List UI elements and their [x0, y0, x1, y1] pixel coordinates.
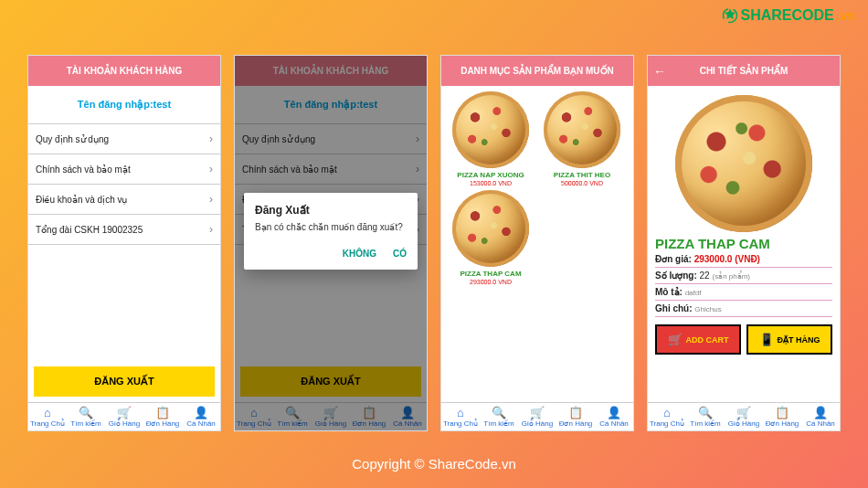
- order-button[interactable]: 📱 ĐẶT HÀNG: [746, 324, 832, 355]
- brand-name: SHARECODE: [741, 7, 834, 24]
- menu-item-label: Tổng đài CSKH 19002325: [36, 225, 143, 235]
- chevron-right-icon: ›: [209, 163, 213, 175]
- product-image: [452, 190, 529, 267]
- button-label: ADD CART: [686, 335, 729, 345]
- button-label: ĐẶT HÀNG: [778, 335, 820, 345]
- logout-button[interactable]: ĐĂNG XUẤT: [34, 366, 215, 397]
- product-price: 293000.0 VND: [447, 279, 535, 285]
- dialog-message: Bạn có chắc chắn muốn đăng xuất?: [255, 222, 407, 232]
- product-card[interactable]: PIZZA THIT HEO 500000.0 VND: [538, 91, 626, 186]
- nav-search[interactable]: 🔍Tìm kiếm: [480, 403, 518, 430]
- nav-label: Giỏ Hàng: [728, 419, 759, 428]
- menu-item-label: Quy định sử dụng: [36, 134, 109, 144]
- note-value: Ghichus: [694, 305, 721, 313]
- product-name: PIZZA THIT HEO: [538, 171, 626, 179]
- home-icon: ⌂: [663, 407, 671, 419]
- nav-label: Cá Nhân: [806, 419, 835, 428]
- orders-icon: 📋: [775, 407, 789, 419]
- product-card[interactable]: PIZZA THAP CAM 293000.0 VND: [447, 190, 535, 285]
- screen-account: TÀI KHOẢN KHÁCH HÀNG Tên đăng nhập:test …: [27, 55, 221, 431]
- qty-value: 22: [700, 271, 710, 281]
- dialog-title: Đăng Xuất: [255, 204, 407, 217]
- desc-label: Mô tả:: [655, 287, 683, 297]
- price-line: Đơn giá: 293000.0 (VNĐ): [655, 251, 832, 268]
- cart-icon: 🛒: [530, 407, 545, 419]
- product-name: PIZZA THAP CAM: [655, 236, 832, 251]
- search-icon: 🔍: [492, 407, 506, 419]
- header-title: DANH MỤC SẢN PHẨM BẠN MUỐN: [441, 56, 633, 86]
- nav-profile[interactable]: 👤Cá Nhân: [801, 403, 840, 430]
- nav-label: Giỏ Hàng: [522, 419, 553, 428]
- username-line: Tên đăng nhập:test: [28, 86, 220, 123]
- chevron-right-icon: ›: [209, 223, 213, 236]
- price-value: 293000.0: [694, 254, 733, 264]
- header-title: TÀI KHOẢN KHÁCH HÀNG: [28, 56, 220, 86]
- screen-detail: ← CHI TIẾT SẢN PHẨM PIZZA THAP CAM Đơn g…: [647, 55, 841, 431]
- nav-home[interactable]: ⌂Trang Chủ: [28, 403, 67, 430]
- nav-label: Trang Chủ: [443, 419, 478, 428]
- qty-label: Số lượng:: [655, 271, 697, 281]
- nav-label: Đơn Hàng: [559, 419, 593, 428]
- cart-icon: 🛒: [117, 407, 132, 419]
- nav-label: Cá Nhân: [186, 419, 216, 428]
- nav-label: Cá Nhân: [599, 419, 629, 428]
- nav-profile[interactable]: 👤Cá Nhân: [182, 403, 220, 430]
- nav-cart[interactable]: 🛒Giỏ Hàng: [105, 403, 143, 430]
- home-icon: ⌂: [44, 407, 51, 419]
- menu-item-label: Điều khoản và dịch vụ: [36, 195, 128, 205]
- screen-catalog: DANH MỤC SẢN PHẨM BẠN MUỐN PIZZA NAP XUO…: [440, 55, 634, 431]
- copyright: Copyright © ShareCode.vn: [0, 456, 868, 472]
- menu-item-terms[interactable]: Quy định sử dụng›: [28, 124, 220, 154]
- nav-search[interactable]: 🔍Tìm kiếm: [686, 403, 725, 430]
- nav-orders[interactable]: 📋Đơn Hàng: [143, 403, 182, 430]
- nav-home[interactable]: ⌂Trang Chủ: [441, 403, 480, 430]
- desc-value: dafdf: [685, 289, 702, 297]
- nav-orders[interactable]: 📋Đơn Hàng: [556, 403, 595, 430]
- phone-icon: 📱: [759, 333, 774, 346]
- cart-icon: 🛒: [668, 333, 683, 346]
- nav-profile[interactable]: 👤Cá Nhân: [595, 403, 633, 430]
- brand-suffix: .vn: [837, 8, 855, 23]
- bottom-nav: ⌂Trang Chủ 🔍Tìm kiếm 🛒Giỏ Hàng 📋Đơn Hàng…: [648, 402, 840, 430]
- qty-unit: (sản phẩm): [712, 272, 750, 281]
- product-image: [544, 91, 620, 168]
- nav-home[interactable]: ⌂Trang Chủ: [648, 403, 686, 430]
- nav-label: Đơn Hàng: [146, 419, 180, 428]
- brand-logo: SHARECODE.vn: [722, 7, 855, 24]
- orders-icon: 📋: [568, 407, 583, 419]
- menu-item-label: Chính sách và bảo mật: [36, 164, 131, 175]
- back-icon[interactable]: ←: [653, 64, 666, 79]
- price-label: Đơn giá:: [655, 254, 692, 264]
- cart-icon: 🛒: [736, 407, 751, 419]
- header-text: CHI TIẾT SẢN PHẨM: [700, 66, 789, 76]
- product-card[interactable]: PIZZA NAP XUONG 153000.0 VND: [447, 91, 535, 186]
- nav-label: Trang Chủ: [650, 419, 684, 428]
- nav-search[interactable]: 🔍Tìm kiếm: [67, 403, 105, 430]
- product-name: PIZZA NAP XUONG: [447, 171, 535, 179]
- qty-line: Số lượng: 22 (sản phẩm): [655, 268, 832, 284]
- add-cart-button[interactable]: 🛒 ADD CART: [655, 324, 741, 355]
- dialog-yes-button[interactable]: CÓ: [393, 249, 407, 259]
- nav-label: Trang Chủ: [30, 419, 65, 428]
- price-unit: (VNĐ): [735, 254, 760, 264]
- chevron-right-icon: ›: [209, 193, 213, 206]
- nav-cart[interactable]: 🛒Giỏ Hàng: [725, 403, 763, 430]
- nav-label: Giỏ Hàng: [109, 419, 140, 428]
- product-image: [452, 91, 529, 168]
- menu-item-hotline[interactable]: Tổng đài CSKH 19002325›: [28, 215, 220, 245]
- dialog-no-button[interactable]: KHÔNG: [343, 249, 376, 259]
- desc-line: Mô tả: dafdf: [655, 284, 832, 301]
- note-line: Ghi chú: Ghichus: [655, 301, 832, 317]
- menu-item-tos[interactable]: Điều khoản và dịch vụ›: [28, 185, 220, 215]
- menu-item-privacy[interactable]: Chính sách và bảo mật›: [28, 154, 220, 185]
- logout-dialog: Đăng Xuất Bạn có chắc chắn muốn đăng xuấ…: [244, 193, 418, 270]
- search-icon: 🔍: [79, 407, 93, 419]
- product-price: 153000.0 VND: [447, 180, 535, 186]
- nav-cart[interactable]: 🛒Giỏ Hàng: [518, 403, 556, 430]
- note-label: Ghi chú:: [655, 303, 693, 313]
- nav-orders[interactable]: 📋Đơn Hàng: [763, 403, 801, 430]
- nav-label: Tìm kiếm: [70, 419, 101, 428]
- profile-icon: 👤: [607, 407, 621, 419]
- bottom-nav: ⌂Trang Chủ 🔍Tìm kiếm 🛒Giỏ Hàng 📋Đơn Hàng…: [441, 402, 633, 430]
- screen-account-dialog: TÀI KHOẢN KHÁCH HÀNG Tên đăng nhập:test …: [234, 55, 428, 431]
